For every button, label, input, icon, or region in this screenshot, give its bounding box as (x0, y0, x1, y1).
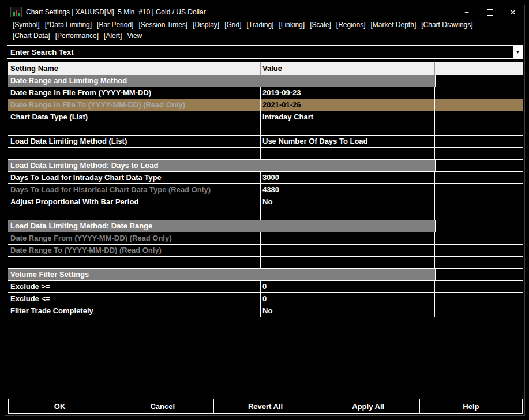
spacer-cell (8, 257, 261, 268)
spacer-cell (435, 148, 523, 159)
row-extra-cell (435, 184, 523, 196)
menu-tab-grid[interactable]: [Grid] (224, 21, 241, 29)
setting-value-cell[interactable]: Use Number Of Days To Load (261, 136, 435, 147)
setting-value-cell[interactable]: 2019-09-23 (261, 87, 435, 99)
spacer-cell (8, 208, 261, 220)
setting-value-cell[interactable]: No (261, 196, 435, 208)
apply-all-button[interactable]: Apply All (317, 399, 420, 413)
menu-tab-alert[interactable]: [Alert] (104, 32, 122, 40)
chart-settings-window: Chart Settings | XAUUSD[M] 5 Min #10 | G… (5, 5, 525, 416)
setting-value-cell[interactable]: 4380 (261, 184, 435, 196)
menu-tab-data-limiting[interactable]: [*Data Limiting] (45, 21, 92, 29)
setting-value-cell[interactable]: Intraday Chart (261, 111, 435, 123)
setting-value-cell[interactable]: No (261, 305, 435, 317)
titlebar[interactable]: Chart Settings | XAUUSD[M] 5 Min #10 | G… (5, 5, 524, 19)
window-title: Chart Settings | XAUUSD[M] 5 Min #10 | G… (26, 8, 206, 16)
chart-icon-bar (16, 10, 17, 16)
table-header-row: Setting Name Value (8, 62, 523, 75)
section-title: Date Range and Limiting Method (8, 75, 436, 87)
setting-name-cell[interactable]: Days To Load for Intraday Chart Data Typ… (8, 172, 261, 183)
row-extra-cell (435, 136, 523, 147)
setting-row-date-range-in-file-from-yyyy-mm-dd[interactable]: Date Range In File From (YYYY-MM-DD)2019… (8, 87, 523, 99)
setting-row-adjust-proportional-with-bar-period[interactable]: Adjust Proportional With Bar PeriodNo (8, 196, 523, 208)
settings-table: Setting Name Value Date Range and Limiti… (8, 62, 523, 317)
row-extra-cell (435, 172, 523, 183)
section-title: Load Data Limiting Method: Days to Load (8, 160, 436, 171)
setting-name-cell[interactable]: Exclude <= (8, 293, 261, 305)
search-combobox[interactable]: Enter Search Text ▼ (7, 45, 523, 59)
column-header-setting-name[interactable]: Setting Name (8, 62, 261, 75)
section-title: Load Data Limiting Method: Date Range (8, 220, 436, 232)
menu-tab-session-times[interactable]: [Session Times] (138, 21, 187, 29)
setting-name-cell[interactable]: Days To Load for Historical Chart Data T… (8, 184, 261, 196)
setting-value-cell[interactable]: 0 (261, 293, 435, 305)
search-input[interactable]: Enter Search Text (7, 48, 513, 57)
cancel-button[interactable]: Cancel (111, 399, 214, 413)
menu-tab-linking[interactable]: [Linking] (279, 21, 305, 29)
setting-name-cell[interactable]: Filter Trade Completely (8, 305, 261, 317)
ok-button[interactable]: OK (9, 399, 111, 413)
setting-row-date-range-in-file-to-yyyy-mm-dd-read-only[interactable]: Date Range In File To (YYYY-MM-DD) (Read… (8, 99, 523, 111)
maximize-button[interactable] (478, 5, 501, 19)
column-header-extra (435, 62, 523, 75)
setting-value-cell[interactable]: 0 (261, 281, 435, 292)
spacer-cell (8, 148, 261, 159)
row-extra-cell (435, 305, 523, 317)
setting-value-cell[interactable] (261, 245, 435, 256)
setting-name-cell[interactable]: Adjust Proportional With Bar Period (8, 196, 261, 208)
spacer-cell (261, 123, 435, 135)
setting-row-days-to-load-for-historical-chart-data-type-read-only[interactable]: Days To Load for Historical Chart Data T… (8, 184, 523, 196)
setting-name-cell[interactable]: Date Range In File From (YYYY-MM-DD) (8, 87, 261, 99)
menu-tab-bar-period[interactable]: [Bar Period] (97, 21, 133, 29)
setting-name-cell[interactable]: Exclude >= (8, 281, 261, 292)
setting-row-date-range-from-yyyy-mm-dd-read-only[interactable]: Date Range From (YYYY-MM-DD) (Read Only) (8, 232, 523, 245)
menu-tab-performance[interactable]: [Performance] (55, 32, 99, 40)
spacer-cell (435, 208, 523, 220)
setting-row-date-range-to-yyyy-mm-dd-read-only[interactable]: Date Range To (YYYY-MM-DD) (Read Only) (8, 245, 523, 257)
menu-tab-scale[interactable]: [Scale] (310, 21, 331, 29)
menu-tab-market-depth[interactable]: [Market Depth] (371, 21, 417, 29)
row-extra-cell (436, 269, 523, 280)
menu-tab-symbol[interactable]: [Symbol] (13, 21, 40, 29)
row-extra-cell (435, 196, 523, 208)
setting-value-cell[interactable] (261, 232, 435, 244)
maximize-icon (487, 9, 493, 16)
spacer-cell (261, 148, 435, 159)
setting-name-cell[interactable]: Chart Data Type (List) (8, 111, 261, 123)
setting-name-cell[interactable]: Load Data Limiting Method (List) (8, 136, 261, 147)
setting-value-cell[interactable]: 3000 (261, 172, 435, 183)
empty-area (5, 317, 524, 399)
spacer-row (8, 123, 523, 136)
menu-tab-chart-drawings[interactable]: [Chart Drawings] (421, 21, 472, 29)
search-area: Enter Search Text ▼ (5, 41, 524, 62)
help-button[interactable]: Help (420, 399, 522, 413)
setting-row-exclude[interactable]: Exclude >=0 (8, 281, 523, 293)
chart-icon-bar (18, 13, 20, 16)
menu-tab-trading[interactable]: [Trading] (247, 21, 274, 29)
menu-tab-view[interactable]: View (127, 32, 142, 40)
menu-tab-regions[interactable]: [Regions] (336, 21, 366, 29)
menu-tab-chart-data[interactable]: [Chart Data] (13, 32, 50, 40)
dropdown-arrow-icon[interactable]: ▼ (513, 46, 522, 58)
minimize-button[interactable]: − (455, 5, 478, 19)
setting-name-cell[interactable]: Date Range In File To (YYYY-MM-DD) (Read… (8, 99, 261, 111)
setting-name-cell[interactable]: Date Range To (YYYY-MM-DD) (Read Only) (8, 245, 261, 256)
setting-row-days-to-load-for-intraday-chart-data-type[interactable]: Days To Load for Intraday Chart Data Typ… (8, 172, 523, 184)
spacer-row (8, 208, 523, 220)
setting-value-cell[interactable]: 2021-01-26 (261, 99, 435, 111)
setting-name-cell[interactable]: Date Range From (YYYY-MM-DD) (Read Only) (8, 232, 261, 244)
setting-row-load-data-limiting-method-list[interactable]: Load Data Limiting Method (List)Use Numb… (8, 136, 523, 148)
table-body: Date Range and Limiting MethodDate Range… (8, 75, 523, 317)
spacer-cell (8, 123, 261, 135)
close-button[interactable]: ✕ (501, 5, 524, 19)
row-extra-cell (435, 281, 523, 292)
setting-row-filter-trade-completely[interactable]: Filter Trade CompletelyNo (8, 305, 523, 317)
setting-row-chart-data-type-list[interactable]: Chart Data Type (List)Intraday Chart (8, 111, 523, 123)
spacer-cell (435, 123, 523, 135)
column-header-value[interactable]: Value (261, 62, 435, 75)
section-header-row-load-data-limiting-method-date-range: Load Data Limiting Method: Date Range (8, 220, 523, 232)
menu-tab-display[interactable]: [Display] (193, 21, 219, 29)
section-header-row-volume-filter-settings: Volume Filter Settings (8, 269, 523, 281)
setting-row-exclude[interactable]: Exclude <=0 (8, 293, 523, 305)
revert-all-button[interactable]: Revert All (214, 399, 317, 413)
